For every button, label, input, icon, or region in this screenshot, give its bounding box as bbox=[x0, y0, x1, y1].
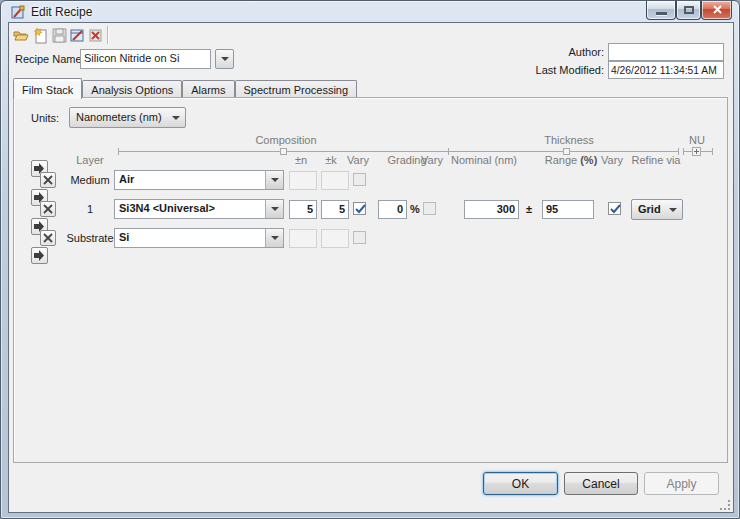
delete-icon bbox=[87, 27, 104, 44]
window-title: Edit Recipe bbox=[31, 5, 92, 19]
check-icon bbox=[354, 202, 367, 215]
x-icon bbox=[41, 173, 55, 187]
pn-field bbox=[289, 171, 317, 190]
minimize-icon bbox=[656, 12, 667, 15]
tab-alarms[interactable]: Alarms bbox=[182, 80, 234, 98]
pk-field[interactable]: 5 bbox=[321, 200, 349, 219]
vary-checkbox bbox=[353, 231, 366, 244]
material-combobox[interactable]: Si3N4 <Universal> bbox=[114, 199, 284, 219]
delete-row-button[interactable] bbox=[40, 230, 56, 246]
bracket-tick bbox=[712, 148, 713, 155]
open-recipe-button[interactable] bbox=[13, 27, 30, 44]
composition-group-label: Composition bbox=[236, 134, 336, 146]
maximize-button[interactable] bbox=[676, 1, 701, 20]
chevron-down-icon bbox=[271, 236, 279, 240]
percent-label: % bbox=[410, 203, 420, 215]
cancel-button[interactable]: Cancel bbox=[564, 472, 638, 495]
grading-vary-checkbox[interactable] bbox=[423, 202, 436, 215]
nu-group-label: NU bbox=[677, 134, 717, 146]
vary-checkbox[interactable] bbox=[353, 202, 366, 215]
material-value: Air bbox=[119, 173, 263, 185]
units-dropdown[interactable]: Nanometers (nm) bbox=[69, 107, 186, 128]
plus-minus-label: ± bbox=[526, 203, 532, 215]
tab-bar: Film StackAnalysis OptionsAlarmsSpectrum… bbox=[13, 77, 357, 98]
insert-layer-button[interactable] bbox=[31, 247, 48, 264]
col-thickness-vary: Vary bbox=[593, 154, 631, 166]
close-icon bbox=[702, 1, 733, 20]
pn-field bbox=[289, 229, 317, 248]
close-button[interactable] bbox=[701, 1, 732, 20]
col-nominal: Nominal (nm) bbox=[449, 154, 519, 166]
chevron-down-icon bbox=[669, 208, 677, 212]
app-icon bbox=[11, 5, 26, 20]
refine-via-dropdown[interactable]: Grid bbox=[631, 199, 683, 220]
tab-spectrum-processing[interactable]: Spectrum Processing bbox=[235, 80, 358, 98]
col-pn: ±n bbox=[287, 154, 315, 166]
units-label: Units: bbox=[31, 112, 59, 124]
recipe-name-dropdown-button[interactable] bbox=[215, 49, 234, 69]
thickness-group-label: Thickness bbox=[519, 134, 619, 146]
thickness-vary-checkbox[interactable] bbox=[608, 202, 621, 215]
material-dropdown-button[interactable] bbox=[265, 171, 283, 189]
last-modified-value: 4/26/2012 11:34:51 AM bbox=[608, 61, 724, 79]
edit-grid-icon bbox=[69, 27, 86, 44]
edit-recipe-dialog: Edit Recipe Recipe Name: Silicon Nitride… bbox=[0, 0, 740, 519]
layer-label: Substrate bbox=[59, 232, 121, 244]
pn-field[interactable]: 5 bbox=[289, 200, 317, 219]
chevron-down-icon bbox=[172, 116, 180, 120]
refine-via-dropdown-button[interactable] bbox=[664, 200, 682, 219]
insert-arrow-icon bbox=[32, 248, 47, 263]
check-icon bbox=[609, 202, 622, 215]
edit-recipe-button[interactable] bbox=[69, 27, 86, 44]
recipe-name-input[interactable]: Silicon Nitride on Si bbox=[80, 49, 211, 69]
chevron-down-icon bbox=[221, 57, 229, 61]
col-vary: Vary bbox=[339, 154, 377, 166]
units-value: Nanometers (nm) bbox=[76, 111, 165, 123]
save-recipe-button[interactable] bbox=[51, 27, 68, 44]
recipe-name-label: Recipe Name: bbox=[15, 53, 85, 65]
x-icon bbox=[41, 202, 55, 216]
bracket-tick bbox=[683, 148, 684, 155]
chevron-down-icon bbox=[271, 178, 279, 182]
save-disk-icon bbox=[51, 27, 68, 44]
material-dropdown-button[interactable] bbox=[265, 200, 283, 218]
col-refine-via: Refine via bbox=[629, 154, 683, 166]
x-icon bbox=[41, 231, 55, 245]
toolbar-separator bbox=[107, 26, 108, 44]
tab-analysis-options[interactable]: Analysis Options bbox=[82, 80, 182, 98]
delete-recipe-button[interactable] bbox=[87, 27, 104, 44]
material-dropdown-button[interactable] bbox=[265, 229, 283, 247]
range-field[interactable]: 95 bbox=[542, 200, 594, 219]
material-value: Si3N4 <Universal> bbox=[119, 202, 263, 214]
apply-button[interactable]: Apply bbox=[644, 472, 719, 495]
tab-film-stack[interactable]: Film Stack bbox=[13, 78, 82, 99]
last-modified-label: Last Modified: bbox=[481, 64, 604, 76]
refine-via-value: Grid bbox=[638, 203, 662, 215]
nominal-field[interactable]: 300 bbox=[464, 200, 519, 219]
material-value: Si bbox=[119, 231, 263, 243]
minimize-button[interactable] bbox=[646, 1, 676, 20]
delete-row-button[interactable] bbox=[40, 172, 56, 188]
layer-label: 1 bbox=[59, 203, 121, 215]
resize-grip-icon bbox=[720, 500, 731, 511]
vary-checkbox bbox=[353, 173, 366, 186]
plus-icon bbox=[696, 149, 697, 154]
col-layer: Layer bbox=[65, 154, 115, 166]
composition-bracket-handle[interactable] bbox=[280, 148, 287, 155]
material-combobox[interactable]: Air bbox=[114, 170, 284, 190]
units-dropdown-button[interactable] bbox=[167, 108, 185, 127]
new-document-icon bbox=[32, 27, 49, 44]
col-grading-vary: Vary bbox=[413, 154, 451, 166]
nu-expand-handle[interactable] bbox=[692, 147, 701, 156]
pk-field bbox=[321, 171, 349, 190]
chevron-down-icon bbox=[271, 207, 279, 211]
grading-field[interactable]: 0 bbox=[378, 200, 407, 219]
bracket-tick bbox=[118, 148, 119, 155]
maximize-icon bbox=[684, 6, 694, 14]
material-combobox[interactable]: Si bbox=[114, 228, 284, 248]
resize-grip[interactable] bbox=[720, 500, 731, 511]
delete-row-button[interactable] bbox=[40, 201, 56, 217]
new-recipe-button[interactable] bbox=[32, 27, 49, 44]
ok-button[interactable]: OK bbox=[483, 472, 558, 495]
author-input[interactable] bbox=[608, 43, 724, 61]
